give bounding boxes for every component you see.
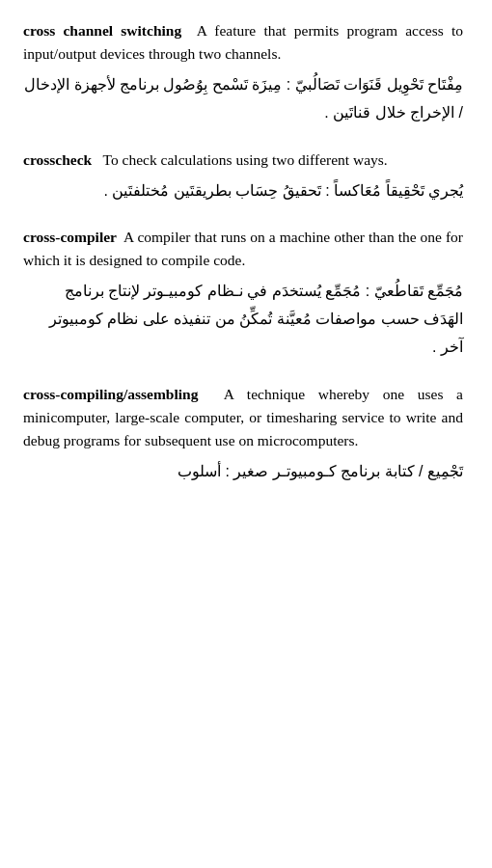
entry-definition: To check calculations using two differen… <box>103 151 388 168</box>
entry-english-text: cross-compiler A compiler that runs on a… <box>23 226 463 272</box>
entry-cross-compiling-assembling: cross-compiling/assembling A technique w… <box>23 383 463 486</box>
page-content: cross channel switching A feature that p… <box>23 19 463 486</box>
entry-english-text: cross-compiling/assembling A technique w… <box>23 383 463 452</box>
entry-cross-compiler: cross-compiler A compiler that runs on a… <box>23 226 463 361</box>
entry-cross-channel-switching: cross channel switching A feature that p… <box>23 19 463 127</box>
entry-arabic-text: مِفْتَاح تَحْوِيل قَنَوَات تَصَالُبيّ : … <box>23 71 463 127</box>
entry-arabic-text: يُجري تَحْقِيقاً مُعَاكساً : تَحقيقُ حِس… <box>23 177 463 205</box>
entry-arabic-text: مُجَمِّع تَقاطُعيّ : مُجَمِّع يُستخدَم ف… <box>23 278 463 361</box>
entry-crosscheck: crosscheck To check calculations using t… <box>23 149 463 205</box>
entry-term: cross-compiler <box>23 229 117 245</box>
entry-arabic-text: تَجْمِيع / كتابة برنامج كـومبيوتـر صغير … <box>23 458 463 486</box>
entry-english-text: cross channel switching A feature that p… <box>23 19 463 66</box>
entry-english-text: crosscheck To check calculations using t… <box>23 149 463 172</box>
entry-term: cross channel switching <box>23 22 181 39</box>
entry-term: cross-compiling/assembling <box>23 386 198 402</box>
entry-term: crosscheck <box>23 151 92 168</box>
